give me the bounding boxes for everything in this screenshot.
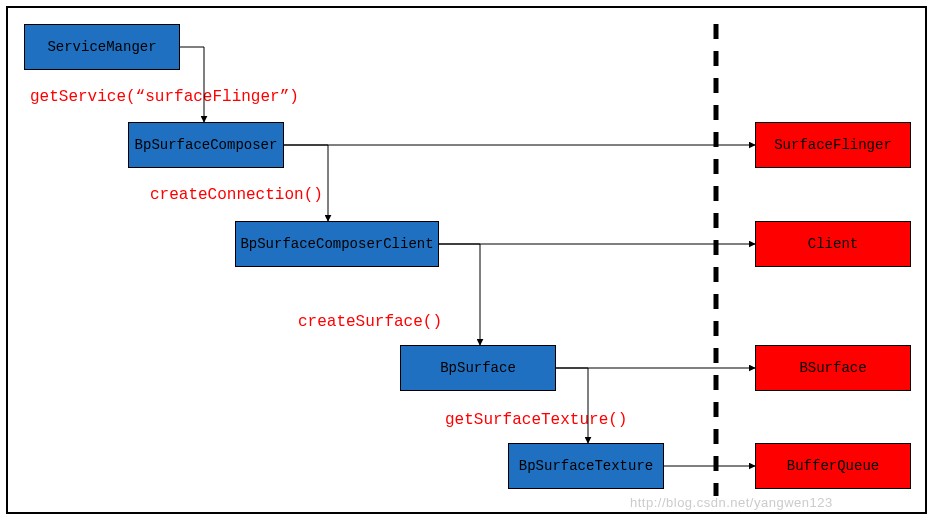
- box-label: BpSurface: [440, 360, 516, 376]
- box-bp-surface-texture: BpSurfaceTexture: [508, 443, 664, 489]
- label-create-surface: createSurface(): [298, 313, 442, 331]
- box-label: BpSurfaceComposerClient: [240, 236, 433, 252]
- box-surface-flinger: SurfaceFlinger: [755, 122, 911, 168]
- label-get-service: getService(“surfaceFlinger”): [30, 88, 299, 106]
- box-buffer-queue: BufferQueue: [755, 443, 911, 489]
- box-label: ServiceManger: [47, 39, 156, 55]
- box-label: BSurface: [799, 360, 866, 376]
- label-create-connection: createConnection(): [150, 186, 323, 204]
- box-service-manager: ServiceManger: [24, 24, 180, 70]
- box-bp-surface-composer: BpSurfaceComposer: [128, 122, 284, 168]
- box-label: Client: [808, 236, 858, 252]
- watermark: http://blog.csdn.net/yangwen123: [630, 495, 833, 510]
- box-label: BpSurfaceComposer: [135, 137, 278, 153]
- box-bp-surface: BpSurface: [400, 345, 556, 391]
- box-client: Client: [755, 221, 911, 267]
- box-label: SurfaceFlinger: [774, 137, 892, 153]
- box-bp-surface-composer-client: BpSurfaceComposerClient: [235, 221, 439, 267]
- box-label: BpSurfaceTexture: [519, 458, 653, 474]
- label-get-surface-texture: getSurfaceTexture(): [445, 411, 627, 429]
- box-label: BufferQueue: [787, 458, 879, 474]
- box-bsurface: BSurface: [755, 345, 911, 391]
